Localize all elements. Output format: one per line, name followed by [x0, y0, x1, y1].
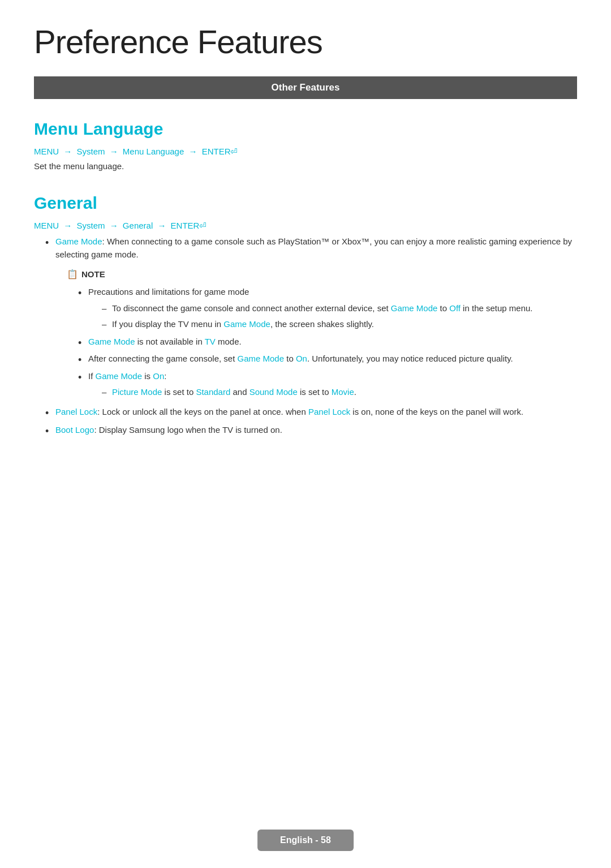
- tv-link: TV: [205, 337, 216, 346]
- menu-language-nav-path: MENU → System → Menu Language → ENTER⏎: [34, 147, 577, 157]
- panel-lock-link: Panel Lock: [308, 407, 350, 416]
- game-mode-link1: Game Mode: [391, 303, 438, 313]
- note-title: 📋 NOTE: [67, 268, 577, 281]
- boot-logo-label: Boot Logo: [55, 425, 94, 435]
- general-section: General MENU → System → General → ENTER⏎…: [34, 194, 577, 437]
- on-link1: On: [296, 354, 307, 363]
- dash-item-display: If you display the TV menu in Game Mode,…: [102, 318, 577, 331]
- off-link: Off: [449, 303, 461, 313]
- note-block: 📋 NOTE Precautions and limitations for g…: [67, 268, 577, 399]
- boot-logo-item: Boot Logo: Display Samsung logo when the…: [45, 424, 577, 437]
- game-mode-link2: Game Mode: [223, 319, 270, 329]
- on-link2: On: [153, 371, 164, 381]
- precautions-dash-list: To disconnect the game console and conne…: [88, 302, 577, 331]
- section-header-text: Other Features: [272, 82, 340, 93]
- game-mode-on-dash-list: Picture Mode is set to Standard and Soun…: [88, 386, 577, 399]
- general-nav-text: MENU → System → General → ENTER⏎: [34, 221, 206, 230]
- standard-link: Standard: [196, 387, 230, 397]
- game-mode-label: Game Mode: [55, 237, 102, 246]
- game-mode-link4: Game Mode: [238, 354, 285, 363]
- panel-lock-item: Panel Lock: Lock or unlock all the keys …: [45, 406, 577, 419]
- menu-language-title: Menu Language: [34, 119, 577, 139]
- panel-lock-text: : Lock or unlock all the keys on the pan…: [97, 407, 308, 416]
- note-sub-list: Precautions and limitations for game mod…: [67, 286, 577, 399]
- if-game-mode-item: If Game Mode is On: Picture Mode is set …: [78, 370, 577, 399]
- sound-mode-link: Sound Mode: [249, 387, 298, 397]
- menu-language-description: Set the menu language.: [34, 161, 577, 171]
- section-header-bar: Other Features: [34, 76, 577, 99]
- precautions-item: Precautions and limitations for game mod…: [78, 286, 577, 331]
- game-mode-link5: Game Mode: [96, 371, 143, 381]
- note-icon: 📋: [67, 268, 78, 281]
- game-mode-tv-item: Game Mode is not available in TV mode.: [78, 336, 577, 349]
- footer-text: English - 58: [280, 835, 331, 845]
- general-title: General: [34, 194, 577, 213]
- movie-link: Movie: [332, 387, 354, 397]
- panel-lock-text2: is on, none of the keys on the panel wil…: [350, 407, 523, 416]
- game-mode-text: : When connecting to a game console such…: [55, 237, 572, 259]
- page-title: Preference Features: [34, 23, 577, 61]
- boot-logo-text: : Display Samsung logo when the TV is tu…: [94, 425, 282, 435]
- general-bullet-list: Game Mode: When connecting to a game con…: [34, 235, 577, 437]
- precautions-text: Precautions and limitations for game mod…: [88, 287, 249, 297]
- note-label: NOTE: [81, 268, 105, 281]
- picture-mode-link: Picture Mode: [112, 387, 162, 397]
- game-mode-link3: Game Mode: [88, 337, 135, 346]
- general-nav-path: MENU → System → General → ENTER⏎: [34, 221, 577, 231]
- page-container: Preference Features Other Features Menu …: [0, 0, 611, 505]
- footer-bar: English - 58: [257, 830, 354, 851]
- picture-sound-mode-item: Picture Mode is set to Standard and Soun…: [102, 386, 577, 399]
- menu-language-section: Menu Language MENU → System → Menu Langu…: [34, 119, 577, 171]
- menu-language-nav-text: MENU → System → Menu Language → ENTER⏎: [34, 147, 238, 156]
- dash-item-disconnect: To disconnect the game console and conne…: [102, 302, 577, 315]
- panel-lock-label: Panel Lock: [55, 407, 97, 416]
- after-connecting-item: After connecting the game console, set G…: [78, 353, 577, 366]
- game-mode-item: Game Mode: When connecting to a game con…: [45, 235, 577, 399]
